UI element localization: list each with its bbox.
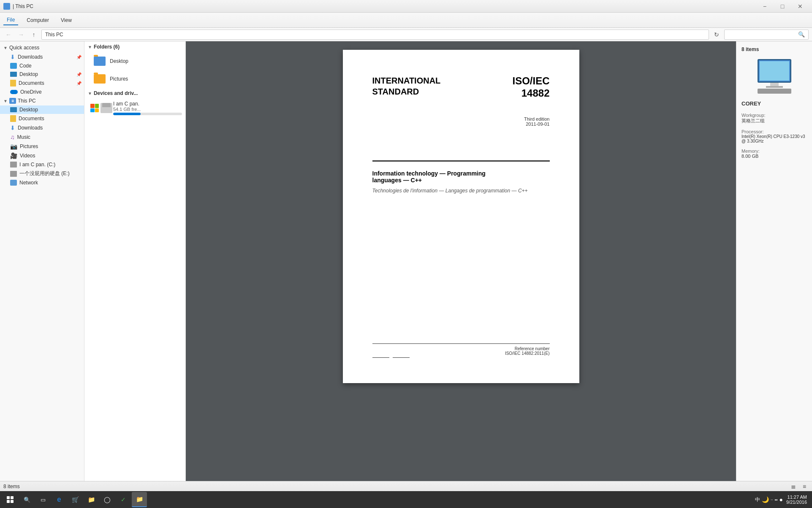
pdf-ref-label-text: Reference number xyxy=(372,346,550,351)
pdf-title-en: Information technology — Programminglang… xyxy=(372,170,550,184)
taskbar-tray: 中 🌙 ·· ▪▪ ● 11:27 AM 9/21/2016 xyxy=(752,494,810,505)
monitor-icon xyxy=(758,59,791,83)
clock[interactable]: 11:27 AM 9/21/2016 xyxy=(786,494,807,505)
network-label: Network xyxy=(19,180,38,186)
status-bar: 8 items ≣ ≡ xyxy=(0,481,812,491)
devices-chevron: ▼ xyxy=(88,91,92,96)
clock-date: 9/21/2016 xyxy=(786,500,807,505)
pin-icon-3: 📌 xyxy=(76,81,81,86)
sidebar-desktop-label: Desktop xyxy=(19,71,38,77)
details-processor-row: Processor: Intel(R) Xeon(R) CPU E3-1230 … xyxy=(741,129,807,143)
devices-section-label: Devices and driv... xyxy=(94,90,138,96)
pdf-top-divider xyxy=(372,160,550,162)
forward-button[interactable]: → xyxy=(16,30,26,40)
ribbon-tab-computer[interactable]: Computer xyxy=(23,16,52,25)
sidebar-item-network[interactable]: Network xyxy=(0,178,84,187)
pdf-short-line-1 xyxy=(372,357,389,358)
folder-item-pictures[interactable]: Pictures xyxy=(84,70,185,88)
title-bar-controls: − □ ✕ xyxy=(756,2,809,11)
thispc-videos-icon: 🎥 xyxy=(10,152,17,159)
thispc-pictures-label: Pictures xyxy=(20,143,38,149)
tray-icon-moon[interactable]: 🌙 xyxy=(762,496,769,503)
detail-view-button[interactable]: ≡ xyxy=(800,482,809,491)
ribbon-tab-view[interactable]: View xyxy=(57,16,75,25)
search-input[interactable] xyxy=(728,32,796,38)
folders-section-header[interactable]: ▼ Folders (6) xyxy=(84,41,185,52)
monitor-base xyxy=(766,86,783,88)
address-path[interactable]: This PC xyxy=(41,30,709,40)
sidebar-code-label: Code xyxy=(19,63,32,69)
preview-pane[interactable]: INTERNATIONALSTANDARD ISO/IEC14882 Third… xyxy=(186,41,736,481)
workgroup-value: 英格兰二组 xyxy=(741,118,807,124)
tray-icon-circle[interactable]: ● xyxy=(779,496,783,503)
pdf-edition-text: Third edition xyxy=(372,116,550,122)
start-button[interactable] xyxy=(2,491,19,508)
taskbar-explorer-active[interactable]: 📁 xyxy=(132,492,147,507)
thispc-label: This PC xyxy=(18,98,36,104)
taskbar-task-view[interactable]: ▭ xyxy=(35,492,51,507)
folders-section-label: Folders (6) xyxy=(94,44,119,50)
start-sq-1 xyxy=(7,496,10,499)
sidebar-item-thispc-pictures[interactable]: 📷 Pictures xyxy=(0,142,84,151)
taskbar-explorer-pinned[interactable]: 📁 xyxy=(84,492,99,507)
sidebar-item-c-drive[interactable]: I am C pan. (C:) xyxy=(0,160,84,169)
tray-icon-lang[interactable]: 中 xyxy=(755,496,760,503)
sidebar-item-onedrive[interactable]: OneDrive xyxy=(0,88,84,96)
computer-name: COREY xyxy=(741,100,807,107)
quick-access-header[interactable]: ▼ Quick access xyxy=(0,43,84,52)
sidebar-item-downloads[interactable]: ⬇ Downloads 📌 xyxy=(0,52,84,62)
up-button[interactable]: ↑ xyxy=(29,30,39,40)
sidebar-item-thispc-documents[interactable]: Documents xyxy=(0,114,84,123)
taskbar-green-button[interactable]: ✓ xyxy=(116,492,131,507)
network-icon xyxy=(10,180,17,186)
pin-icon-2: 📌 xyxy=(76,72,81,77)
back-button[interactable]: ← xyxy=(3,30,14,40)
pdf-page: INTERNATIONALSTANDARD ISO/IEC14882 Third… xyxy=(343,50,579,383)
sidebar-item-e-drive[interactable]: 一个没屁用的硬盘 (E:) xyxy=(0,169,84,178)
taskbar-ie-button[interactable]: e xyxy=(52,492,67,507)
taskbar-search-button[interactable]: 🔍 xyxy=(19,492,35,507)
drive-c-thumb-wrap xyxy=(93,101,110,115)
title-bar-left: | This PC xyxy=(3,3,33,10)
taskbar-chrome-button[interactable]: ◯ xyxy=(100,492,115,507)
details-pane: 8 items COREY Workgroup: 英格兰二组 Processor… xyxy=(736,41,812,481)
maximize-button[interactable]: □ xyxy=(774,2,791,11)
drive-c-name-area: I am C pan. 54.1 GB fre... xyxy=(113,101,182,115)
sidebar-item-thispc-downloads[interactable]: ⬇ Downloads xyxy=(0,123,84,132)
computer-visual xyxy=(741,59,807,94)
status-count: 8 items xyxy=(3,484,20,489)
thispc-documents-label: Documents xyxy=(19,116,44,122)
refresh-button[interactable]: ↻ xyxy=(712,30,722,40)
code-folder-icon xyxy=(10,63,17,69)
status-right: ≣ ≡ xyxy=(789,482,809,491)
ribbon-tab-file[interactable]: File xyxy=(3,15,18,25)
sidebar-item-desktop-quick[interactable]: Desktop 📌 xyxy=(0,70,84,78)
tray-icon-dots[interactable]: ·· xyxy=(771,497,773,502)
drive-item-c[interactable]: I am C pan. 54.1 GB fre... xyxy=(84,99,185,117)
sidebar-item-thispc-music[interactable]: ♫ Music xyxy=(0,132,84,142)
monitor-stand xyxy=(770,83,779,86)
sidebar-downloads-label: Downloads xyxy=(18,54,43,60)
sidebar-item-thispc-selected[interactable]: Desktop xyxy=(0,105,84,114)
documents-icon-quick xyxy=(10,80,16,86)
sidebar-documents-label: Documents xyxy=(19,80,44,86)
thispc-header[interactable]: ▼ 🖥 This PC xyxy=(0,96,84,105)
taskbar-store-button[interactable]: 🛒 xyxy=(68,492,83,507)
start-sq-2 xyxy=(11,496,14,499)
list-view-button[interactable]: ≣ xyxy=(789,482,798,491)
folder-panel: ▼ Folders (6) Desktop Pictures ▼ Devices… xyxy=(84,41,186,481)
sidebar-item-code[interactable]: Code xyxy=(0,62,84,70)
close-button[interactable]: ✕ xyxy=(792,2,809,11)
sidebar-item-thispc-videos[interactable]: 🎥 Videos xyxy=(0,151,84,160)
sidebar-item-documents-quick[interactable]: Documents 📌 xyxy=(0,78,84,88)
pin-icon: 📌 xyxy=(76,55,81,59)
minimize-button[interactable]: − xyxy=(756,2,773,11)
folder-item-desktop[interactable]: Desktop xyxy=(84,52,185,70)
search-box[interactable]: 🔍 xyxy=(724,30,809,40)
desktop-icon-quick xyxy=(10,72,17,77)
devices-section-header[interactable]: ▼ Devices and driv... xyxy=(84,88,185,99)
thispc-pictures-icon: 📷 xyxy=(10,143,17,150)
thispc-documents-icon xyxy=(10,115,16,122)
tray-icon-squares[interactable]: ▪▪ xyxy=(775,497,778,502)
processor-value: Intel(R) Xeon(R) CPU E3-1230 v3 @ 3.30GH… xyxy=(741,134,807,143)
